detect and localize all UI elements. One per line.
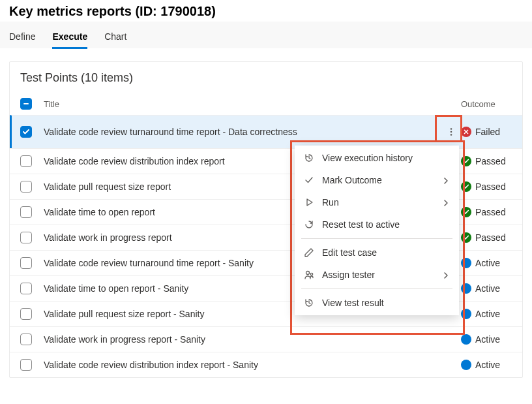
check-icon [304, 175, 314, 185]
menu-item-assign-tester[interactable]: Assign tester [295, 264, 459, 286]
row-checkbox[interactable] [20, 257, 32, 269]
tab-chart[interactable]: Chart [104, 22, 126, 48]
status-passed-icon [461, 207, 471, 217]
status-passed-icon [461, 156, 471, 166]
menu-item-reset-test-to-active[interactable]: Reset test to active [295, 213, 459, 236]
menu-item-label: Reset test to active [322, 219, 450, 230]
outcome-cell: Passed [461, 232, 512, 243]
select-all-checkbox[interactable] [20, 98, 32, 110]
svg-point-4 [310, 273, 312, 275]
status-active-icon [461, 360, 471, 370]
status-passed-icon [461, 181, 471, 192]
outcome-cell: Active [461, 334, 512, 345]
outcome-cell: Passed [461, 207, 512, 217]
status-active-icon [461, 258, 471, 268]
menu-divider [301, 238, 452, 239]
reset-icon [304, 219, 314, 230]
outcome-label: Failed [475, 127, 500, 137]
menu-item-edit-test-case[interactable]: Edit test case [295, 241, 459, 264]
chevron-right-icon [442, 176, 450, 184]
menu-item-label: Mark Outcome [322, 175, 434, 185]
row-title: Validate work in progress report - Sanit… [42, 334, 461, 345]
outcome-label: Passed [475, 207, 506, 217]
tab-execute[interactable]: Execute [52, 22, 87, 48]
assign-tester-icon [304, 270, 314, 280]
row-checkbox[interactable] [20, 308, 32, 320]
outcome-label: Active [475, 283, 500, 294]
row-checkbox[interactable] [20, 181, 32, 193]
row-title: Validate code review distribution index … [42, 360, 461, 370]
row-checkbox[interactable] [20, 206, 32, 218]
row-title: Validate code review turnaround time rep… [42, 127, 441, 137]
svg-point-3 [306, 272, 310, 275]
outcome-label: Active [475, 360, 500, 370]
history-icon [304, 153, 314, 163]
tab-define[interactable]: Define [9, 22, 35, 48]
context-menu: View execution historyMark OutcomeRunRes… [295, 146, 459, 315]
chevron-right-icon [442, 271, 450, 279]
table-row[interactable]: Validate work in progress report - Sanit… [10, 326, 522, 352]
outcome-cell: Active [461, 360, 512, 370]
table-row[interactable]: Validate code review turnaround time rep… [10, 115, 522, 148]
menu-item-label: Assign tester [322, 270, 434, 280]
svg-point-1 [451, 131, 452, 133]
menu-divider [301, 288, 452, 289]
chevron-right-icon [442, 198, 450, 206]
outcome-label: Passed [475, 232, 506, 243]
svg-point-0 [451, 128, 452, 130]
edit-icon [304, 247, 314, 258]
grid-header: Title Outcome [10, 93, 522, 115]
test-points-panel: Test Points (10 items) Title Outcome Val… [9, 61, 523, 378]
menu-item-mark-outcome[interactable]: Mark Outcome [295, 169, 459, 191]
row-checkbox[interactable] [20, 334, 32, 345]
outcome-label: Active [475, 309, 500, 319]
menu-item-view-test-result[interactable]: View test result [295, 292, 459, 314]
status-active-icon [461, 309, 471, 319]
outcome-label: Passed [475, 156, 506, 166]
table-row[interactable]: Validate code review distribution index … [10, 352, 522, 377]
panel-title: Test Points (10 items) [10, 62, 522, 93]
status-failed-icon [461, 127, 471, 137]
status-active-icon [461, 334, 471, 345]
menu-item-label: Run [322, 197, 434, 208]
outcome-label: Passed [475, 181, 506, 192]
column-header-title[interactable]: Title [42, 99, 461, 109]
outcome-cell: Active [461, 283, 512, 294]
row-checkbox[interactable] [20, 283, 32, 294]
status-active-icon [461, 283, 471, 294]
svg-point-2 [451, 134, 452, 136]
outcome-label: Active [475, 258, 500, 268]
menu-item-view-execution-history[interactable]: View execution history [295, 147, 459, 169]
outcome-cell: Passed [461, 181, 512, 192]
outcome-cell: Failed [461, 127, 512, 137]
more-vertical-icon [447, 127, 456, 136]
menu-item-run[interactable]: Run [295, 191, 459, 213]
row-checkbox[interactable] [20, 359, 32, 371]
outcome-label: Active [475, 334, 500, 345]
history-icon [304, 298, 314, 308]
row-checkbox[interactable] [20, 155, 32, 167]
outcome-cell: Active [461, 309, 512, 319]
row-checkbox[interactable] [20, 232, 32, 243]
status-passed-icon [461, 232, 471, 243]
column-header-outcome[interactable]: Outcome [461, 99, 512, 109]
outcome-cell: Active [461, 258, 512, 268]
tabs: DefineExecuteChart [0, 22, 532, 48]
row-checkbox[interactable] [20, 126, 32, 138]
menu-item-label: View execution history [322, 153, 450, 163]
menu-item-label: Edit test case [322, 247, 450, 258]
more-actions-button[interactable] [441, 122, 461, 142]
page-title: Key metrics reports (ID: 1790018) [0, 0, 532, 22]
menu-item-label: View test result [322, 298, 450, 308]
play-icon [304, 197, 314, 208]
outcome-cell: Passed [461, 156, 512, 166]
